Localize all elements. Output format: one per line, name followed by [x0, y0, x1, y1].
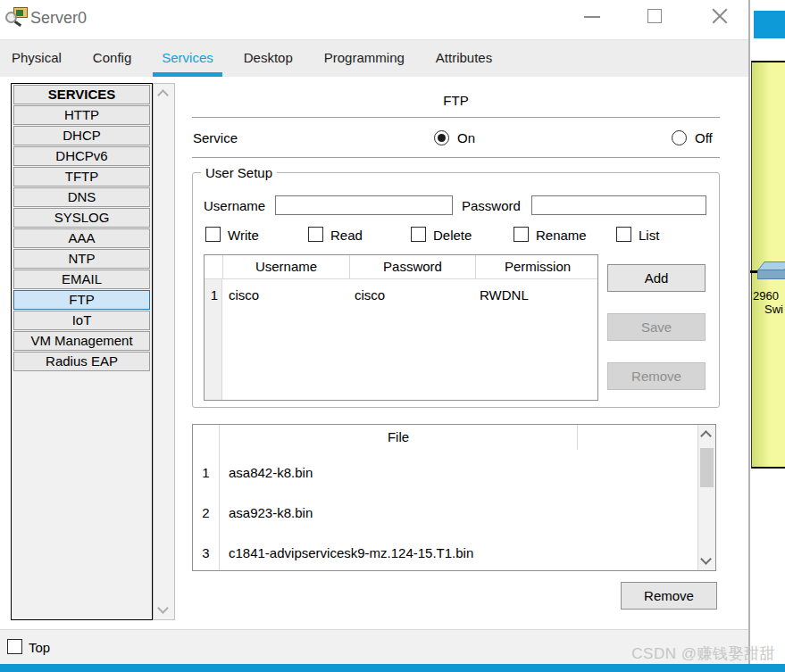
write-checkbox[interactable] [205, 227, 221, 242]
remove-file-button[interactable]: Remove [621, 582, 717, 610]
remove-user-button[interactable]: Remove [607, 362, 706, 390]
divider [192, 117, 720, 118]
sidebar-item-syslog[interactable]: SYSLOG [13, 208, 150, 228]
sidebar-item-iot[interactable]: IoT [13, 311, 150, 330]
user-setup-legend: User Setup [201, 165, 277, 180]
file-row-index: 2 [193, 505, 219, 520]
scroll-down-icon[interactable] [157, 602, 169, 614]
delete-label: Delete [433, 228, 472, 243]
sidebar-item-http[interactable]: HTTP [13, 105, 150, 125]
file-table: File 1 asa842-k8.bin 2 asa923-k8.bin 3 c… [192, 424, 716, 571]
delete-checkbox[interactable] [411, 227, 426, 242]
tab-config[interactable]: Config [92, 40, 132, 77]
tab-attributes[interactable]: Attributes [435, 40, 493, 77]
users-table-header-permission: Permission [475, 255, 599, 278]
close-button[interactable] [698, 0, 739, 36]
minimize-icon [584, 16, 600, 18]
save-button[interactable]: Save [607, 313, 706, 341]
device-label-name: Swi [764, 303, 783, 316]
window-title: Server0 [30, 9, 87, 28]
device-label-model: 2960 [753, 289, 779, 303]
list-checkbox[interactable] [616, 227, 631, 242]
scroll-up-icon[interactable] [157, 89, 169, 101]
service-on-radio[interactable] [434, 130, 449, 145]
rename-checkbox[interactable] [514, 227, 529, 242]
top-checkbox-label: Top [29, 640, 50, 655]
file-row-name: c1841-advipservicesk9-mz.124-15.T1.bin [229, 545, 473, 560]
user-row-password: cisco [355, 287, 385, 303]
services-scrollbar[interactable] [153, 83, 175, 620]
add-button[interactable]: Add [607, 264, 706, 292]
read-checkbox[interactable] [308, 227, 323, 242]
users-table-header-password: Password [349, 255, 475, 278]
username-label: Username [204, 198, 265, 213]
tab-programming[interactable]: Programming [323, 40, 405, 77]
scroll-up-icon[interactable] [700, 430, 712, 442]
switch-device-icon-front[interactable] [757, 270, 785, 279]
users-table-header-username: Username [222, 255, 349, 278]
sidebar-item-ntp[interactable]: NTP [13, 249, 150, 269]
username-input[interactable] [275, 195, 453, 215]
services-list: SERVICES HTTP DHCP DHCPv6 TFTP DNS SYSLO… [11, 83, 153, 620]
service-label: Service [193, 130, 238, 145]
tab-services[interactable]: Services [153, 40, 222, 77]
service-on-label: On [457, 130, 475, 145]
sidebar-item-email[interactable]: EMAIL [13, 270, 150, 289]
file-table-header: File [220, 425, 577, 450]
user-row-permission: RWDNL [480, 287, 529, 303]
read-label: Read [330, 228, 363, 243]
services-list-header: SERVICES [13, 85, 150, 104]
divider [192, 157, 720, 158]
sidebar-item-ftp[interactable]: FTP [13, 290, 150, 310]
user-row-username: cisco [229, 287, 259, 303]
tab-physical[interactable]: Physical [11, 40, 63, 77]
panel-title: FTP [192, 93, 720, 108]
sidebar-item-dns[interactable]: DNS [13, 187, 150, 207]
packet-tracer-app: 2960 Swi Server0 Physical Config Service… [0, 0, 785, 672]
users-table: Username Password Permission 1 cisco cis… [204, 254, 598, 401]
sidebar-item-radius-eap[interactable]: Radius EAP [13, 352, 150, 371]
maximize-button[interactable] [634, 0, 675, 36]
user-row-index: 1 [207, 287, 221, 303]
users-table-header-divider [205, 278, 597, 279]
maximize-icon [647, 9, 662, 23]
top-checkbox[interactable] [7, 639, 22, 654]
password-label: Password [462, 198, 521, 213]
scroll-down-icon[interactable] [700, 553, 712, 565]
packet-tracer-icon [5, 6, 29, 29]
sidebar-item-aaa[interactable]: AAA [13, 228, 150, 248]
file-row-index: 3 [193, 545, 219, 560]
file-table-scrollbar[interactable] [697, 425, 715, 570]
dialog-edge [748, 0, 750, 664]
sidebar-item-dhcpv6[interactable]: DHCPv6 [13, 146, 150, 166]
file-row-name: asa842-k8.bin [229, 465, 313, 480]
title-bar[interactable]: Server0 [0, 0, 748, 39]
file-row-name: asa923-k8.bin [229, 505, 313, 520]
sidebar-item-tftp[interactable]: TFTP [13, 167, 150, 187]
service-off-radio[interactable] [672, 130, 687, 145]
workspace-toolbar-strip [754, 11, 785, 38]
file-header-divider [577, 425, 578, 450]
bottom-accent-bar [0, 664, 785, 672]
list-label: List [639, 228, 659, 243]
tab-desktop[interactable]: Desktop [243, 40, 294, 77]
file-row-index: 1 [193, 465, 219, 480]
sidebar-item-vm-management[interactable]: VM Management [13, 331, 150, 351]
watermark: CSDN @赚钱娶甜甜 [631, 643, 775, 664]
minimize-button[interactable] [572, 0, 613, 36]
rename-label: Rename [536, 228, 587, 243]
write-label: Write [228, 228, 259, 243]
tab-bar: Physical Config Services Desktop Program… [0, 39, 748, 77]
sidebar-item-dhcp[interactable]: DHCP [13, 126, 150, 145]
scrollbar-thumb[interactable] [700, 448, 714, 487]
password-input[interactable] [531, 195, 706, 215]
service-off-label: Off [695, 130, 713, 145]
